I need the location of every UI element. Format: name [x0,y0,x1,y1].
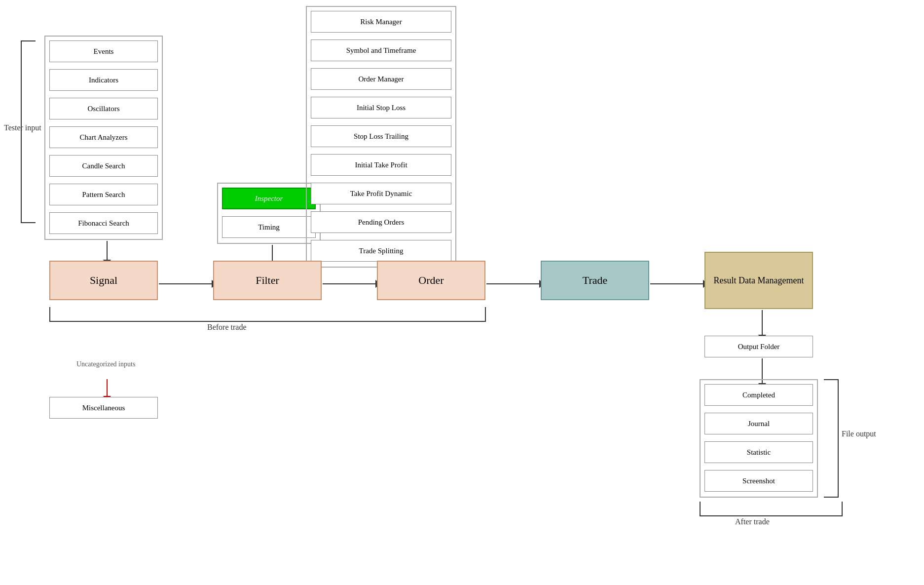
arrow-trade-to-rdm [650,280,709,288]
after-trade-bracket [700,502,843,516]
tester-input-label: Tester input [4,123,41,132]
filter-box: Filter [213,261,322,300]
trade-box: Trade [541,261,649,300]
result-data-management-box: Result Data Management [704,252,813,309]
arrow-order-to-trade [486,280,545,288]
after-trade-label: After trade [735,517,770,526]
signal-box: Signal [49,261,158,300]
before-trade-bracket [49,307,486,322]
order-input-group [306,6,456,268]
miscellaneous-box: Miscellaneous [49,397,158,419]
file-output-bracket [824,379,839,498]
file-output-label: File output [842,429,876,438]
order-box: Order [377,261,485,300]
uncategorized-label: Uncategorized inputs [76,360,135,368]
arrow-filter-to-order [323,280,381,288]
tester-input-group [44,36,163,240]
arrow-signal-to-filter [159,280,218,288]
diagram-container: Tester input Events Indicators Oscillato… [0,0,924,585]
file-output-group [700,379,818,498]
output-folder-box: Output Folder [704,336,813,357]
filter-input-group [217,183,321,244]
before-trade-label: Before trade [207,323,247,332]
